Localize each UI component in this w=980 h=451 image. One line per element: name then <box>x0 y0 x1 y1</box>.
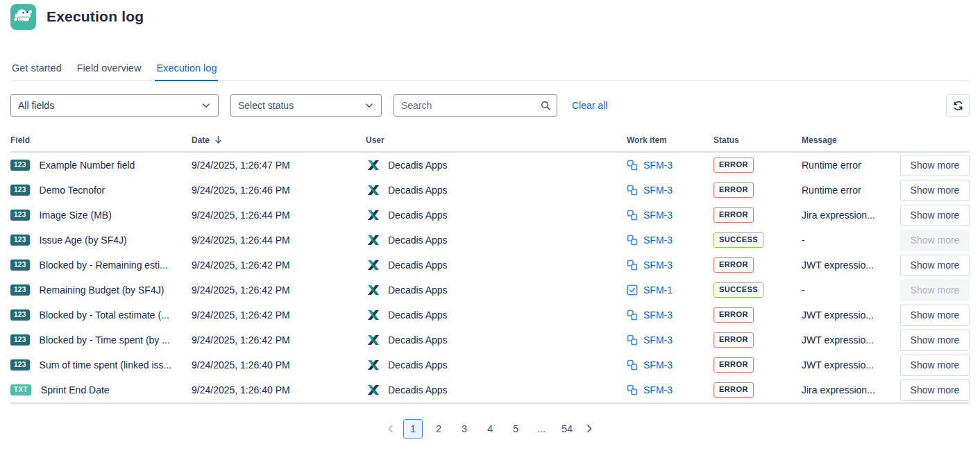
status-filter-select[interactable]: Select status <box>230 94 382 117</box>
status-badge: SUCCESS <box>713 232 763 247</box>
status-badge: SUCCESS <box>713 282 763 297</box>
status-badge: ERROR <box>713 207 754 222</box>
user-avatar <box>366 207 381 223</box>
user-cell: Decadis Apps <box>366 207 627 223</box>
work-item-link[interactable]: SFM-3 <box>643 384 673 395</box>
subtask-icon <box>627 210 638 221</box>
show-more-button[interactable]: Show more <box>900 355 970 376</box>
show-more-button[interactable]: Show more <box>900 330 970 351</box>
table-row: 123 Blocked by - Total estimate (... 9/2… <box>10 303 970 327</box>
page-numbers: 12345...54 <box>403 419 577 439</box>
refresh-button[interactable] <box>946 94 970 117</box>
work-item-link[interactable]: SFM-1 <box>643 284 673 296</box>
status-cell: ERROR <box>713 382 802 397</box>
page-button[interactable]: 2 <box>429 419 448 439</box>
user-cell: Decadis Apps <box>366 232 627 248</box>
subtask-icon <box>627 235 638 246</box>
page-ellipsis: ... <box>532 419 551 439</box>
next-page-icon[interactable] <box>580 419 599 439</box>
field-type-badge: TXT <box>10 384 31 395</box>
page-button[interactable]: 4 <box>480 419 500 439</box>
show-more-button[interactable]: Show more <box>900 280 970 301</box>
date-cell: 9/24/2025, 1:26:40 PM <box>192 359 366 371</box>
subtask-icon <box>627 334 638 346</box>
column-header-date[interactable]: Date <box>192 135 366 145</box>
work-item-link[interactable]: SFM-3 <box>643 259 673 271</box>
work-item-link[interactable]: SFM-3 <box>643 334 673 346</box>
clear-all-link[interactable]: Clear all <box>572 100 607 111</box>
page-button[interactable]: 5 <box>506 419 525 439</box>
user-cell: Decadis Apps <box>366 158 627 173</box>
status-cell: ERROR <box>713 332 802 347</box>
field-type-badge: 123 <box>10 334 30 346</box>
work-item-link[interactable]: SFM-3 <box>643 160 673 171</box>
page-button[interactable]: 1 <box>403 419 423 439</box>
subtask-icon <box>627 160 638 171</box>
tab-field-overview[interactable]: Field overview <box>76 60 143 81</box>
work-item-link[interactable]: SFM-3 <box>643 359 673 371</box>
table-row: 123 Example Number field 9/24/2025, 1:26… <box>10 153 970 178</box>
user-cell: Decadis Apps <box>366 357 627 373</box>
work-item-link[interactable]: SFM-3 <box>643 235 673 246</box>
field-name: Sum of time spent (linked iss... <box>40 359 172 371</box>
work-item-cell: SFM-3 <box>627 309 713 321</box>
fields-filter-select[interactable]: All fields <box>10 94 219 117</box>
show-more-button[interactable]: Show more <box>900 155 970 176</box>
user-avatar <box>366 182 381 198</box>
show-more-button[interactable]: Show more <box>900 205 970 226</box>
show-more-button[interactable]: Show more <box>900 230 970 251</box>
message-cell: Jira expression... <box>802 210 900 221</box>
previous-page-icon[interactable] <box>381 419 400 439</box>
table-row: 123 Blocked by - Remaining esti... 9/24/… <box>10 253 970 278</box>
column-header-user: User <box>366 135 627 145</box>
work-item-link[interactable]: SFM-3 <box>643 185 673 196</box>
user-name: Decadis Apps <box>388 309 448 321</box>
subtask-icon <box>627 309 638 321</box>
action-cell: Show more <box>900 230 970 251</box>
message-cell: Runtime error <box>802 185 900 196</box>
action-cell: Show more <box>900 330 970 351</box>
user-avatar <box>366 332 381 348</box>
user-name: Decadis Apps <box>388 185 448 196</box>
user-avatar <box>366 282 381 298</box>
pagination: 12345...54 <box>10 419 970 439</box>
message-cell: Runtime error <box>802 160 900 171</box>
user-avatar <box>366 357 381 373</box>
field-cell: 123 Blocked by - Total estimate (... <box>10 309 192 321</box>
work-item-cell: SFM-1 <box>627 284 713 296</box>
message-cell: - <box>802 235 900 246</box>
subtask-icon <box>627 359 638 371</box>
action-cell: Show more <box>900 280 970 301</box>
show-more-button[interactable]: Show more <box>900 255 970 276</box>
work-item-link[interactable]: SFM-3 <box>643 309 673 321</box>
show-more-button[interactable]: Show more <box>900 305 970 326</box>
user-name: Decadis Apps <box>388 334 448 346</box>
page-button[interactable]: 3 <box>455 419 474 439</box>
field-name: Image Size (MB) <box>40 210 112 221</box>
status-cell: SUCCESS <box>713 232 802 247</box>
tab-get-started[interactable]: Get started <box>10 60 63 81</box>
date-cell: 9/24/2025, 1:26:42 PM <box>192 334 366 346</box>
field-cell: 123 Image Size (MB) <box>10 210 192 221</box>
field-cell: 123 Blocked by - Remaining esti... <box>10 259 192 271</box>
user-name: Decadis Apps <box>388 284 448 296</box>
work-item-link[interactable]: SFM-3 <box>643 210 673 221</box>
status-badge: ERROR <box>713 307 754 322</box>
date-cell: 9/24/2025, 1:26:42 PM <box>192 259 366 271</box>
show-more-button[interactable]: Show more <box>900 380 970 401</box>
sort-descending-icon[interactable] <box>213 135 223 145</box>
page-button[interactable]: 54 <box>557 419 577 439</box>
date-cell: 9/24/2025, 1:26:44 PM <box>192 235 366 246</box>
status-cell: ERROR <box>713 207 802 222</box>
work-item-cell: SFM-3 <box>627 384 713 395</box>
column-header-work-item: Work item <box>627 135 713 145</box>
search-input[interactable] <box>400 99 540 112</box>
date-cell: 9/24/2025, 1:26:42 PM <box>192 309 366 321</box>
field-name: Sprint End Date <box>41 384 110 395</box>
table-header: Field Date User Work item Status Message <box>10 135 970 153</box>
show-more-button[interactable]: Show more <box>900 180 970 201</box>
tab-execution-log[interactable]: Execution log <box>155 60 218 81</box>
work-item-cell: SFM-3 <box>627 235 713 246</box>
date-cell: 9/24/2025, 1:26:40 PM <box>192 384 366 395</box>
field-name: Blocked by - Time spent (by ... <box>40 334 170 346</box>
